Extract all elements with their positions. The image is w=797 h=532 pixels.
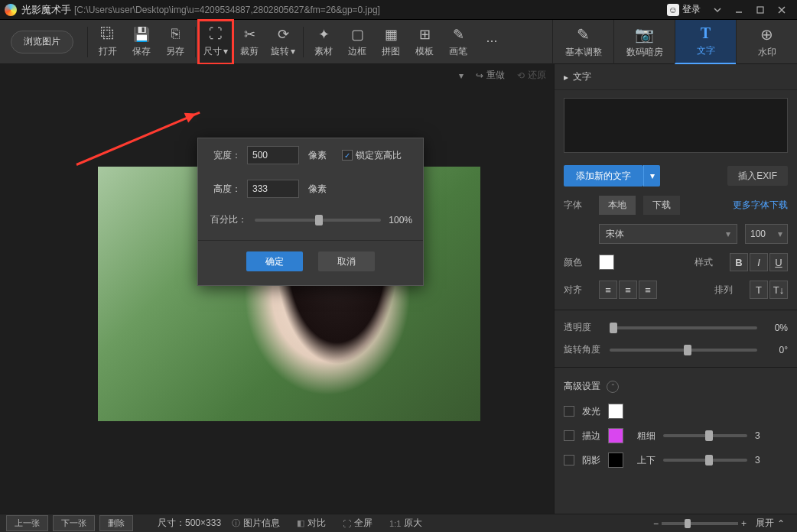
expand-button[interactable]: 展开⌃ <box>750 517 791 530</box>
undo-dropdown-icon[interactable]: ▾ <box>459 70 464 81</box>
insert-exif-button[interactable]: 插入EXIF <box>727 166 788 186</box>
rotation-slider[interactable] <box>610 349 757 352</box>
underline-button[interactable]: U <box>769 253 788 271</box>
size-button[interactable]: ⛶尺寸 ▾ <box>199 21 233 63</box>
zoom-in-icon[interactable]: + <box>741 518 747 529</box>
ok-button[interactable]: 确定 <box>246 251 303 271</box>
annotation-arrow <box>76 112 200 166</box>
original-size-button[interactable]: 1:1原大 <box>383 517 428 530</box>
login-button[interactable]: ☺ 登录 <box>661 3 707 16</box>
save-as-icon: ⎘ <box>167 26 184 43</box>
watermark-icon: ⊕ <box>760 25 773 44</box>
style-label: 样式 <box>695 256 722 269</box>
glow-color[interactable] <box>608 404 623 419</box>
close-button[interactable] <box>771 2 792 18</box>
percent-slider[interactable] <box>255 219 381 222</box>
height-input[interactable] <box>247 180 299 198</box>
opacity-label: 透明度 <box>564 321 602 334</box>
fullscreen-button[interactable]: ⛶全屏 <box>337 517 379 530</box>
font-size-input[interactable]: 100▾ <box>745 224 788 244</box>
crop-icon: ✂ <box>241 26 258 43</box>
chevron-down-icon: ▾ <box>778 229 782 239</box>
arrange-vertical-button[interactable]: T↓ <box>769 281 788 299</box>
login-face-icon: ☺ <box>667 4 679 16</box>
compare-button[interactable]: ◧对比 <box>291 517 332 530</box>
italic-button[interactable]: I <box>750 253 768 271</box>
opacity-slider[interactable] <box>610 326 757 329</box>
delete-button[interactable]: 删除 <box>99 515 133 531</box>
add-text-button[interactable]: 添加新的文字 <box>564 165 643 187</box>
stroke-slider[interactable] <box>663 434 747 437</box>
collage-icon: ▦ <box>382 26 399 43</box>
shadow-checkbox[interactable] <box>564 455 574 466</box>
save-as-button[interactable]: ⎘另存 <box>158 21 192 63</box>
next-image-button[interactable]: 下一张 <box>53 515 95 531</box>
stroke-color[interactable] <box>608 428 623 443</box>
width-label: 宽度： <box>209 149 241 162</box>
image-info-button[interactable]: ⓘ图片信息 <box>226 517 286 530</box>
lock-ratio-checkbox[interactable]: ✓ 锁定宽高比 <box>342 149 402 162</box>
cancel-button[interactable]: 取消 <box>318 251 375 271</box>
glow-label: 发光 <box>582 405 600 418</box>
tab-watermark[interactable]: ⊕水印 <box>736 20 797 64</box>
settings-dropdown[interactable] <box>707 2 728 18</box>
border-button[interactable]: ▢边框 <box>340 21 374 63</box>
file-path: [C:\Users\user\Desktop\img\u=4209534887,… <box>74 5 380 15</box>
original-size-icon: 1:1 <box>389 519 401 528</box>
save-button[interactable]: 💾保存 <box>125 21 158 63</box>
font-tab-download[interactable]: 下载 <box>643 196 680 215</box>
shadow-slider[interactable] <box>663 459 747 462</box>
tab-darkroom[interactable]: 📷数码暗房 <box>613 20 675 64</box>
font-family-select[interactable]: 宋体▾ <box>599 224 737 244</box>
basic-adjust-icon: ✎ <box>577 25 590 44</box>
more-fonts-link[interactable]: 更多字体下载 <box>733 199 788 212</box>
save-icon: 💾 <box>133 26 150 43</box>
chevron-icon: ⌃ <box>777 518 785 529</box>
chevron-up-icon: ⌃ <box>607 381 619 393</box>
material-icon: ✦ <box>315 26 332 43</box>
align-center-button[interactable]: ≡ <box>619 281 637 299</box>
open-button[interactable]: ⿻打开 <box>91 21 125 63</box>
font-tab-local[interactable]: 本地 <box>599 196 636 215</box>
text-preview[interactable] <box>564 98 788 153</box>
open-icon: ⿻ <box>99 26 116 43</box>
collage-button[interactable]: ▦拼图 <box>374 21 408 63</box>
more-button[interactable]: ··· <box>475 21 509 63</box>
shadow-label: 阴影 <box>582 454 600 467</box>
color-picker[interactable] <box>599 255 614 270</box>
prev-image-button[interactable]: 上一张 <box>6 515 48 531</box>
login-label: 登录 <box>682 3 701 16</box>
tab-basic-adjust[interactable]: ✎基本调整 <box>552 20 613 64</box>
glow-checkbox[interactable] <box>564 406 574 417</box>
rotate-button[interactable]: ⟳旋转 ▾ <box>266 21 300 63</box>
restore-button[interactable]: ⟲还原 <box>517 69 546 82</box>
material-button[interactable]: ✦素材 <box>307 21 340 63</box>
maximize-button[interactable] <box>750 2 771 18</box>
browse-images-button[interactable]: 浏览图片 <box>11 31 73 54</box>
stroke-checkbox[interactable] <box>564 430 574 441</box>
advanced-settings-toggle[interactable]: 高级设置 ⌃ <box>555 374 797 399</box>
rotate-icon: ⟳ <box>275 26 291 43</box>
opacity-value: 0% <box>765 323 788 333</box>
bold-button[interactable]: B <box>730 253 748 271</box>
shadow-color[interactable] <box>608 453 623 468</box>
width-input[interactable] <box>247 146 299 164</box>
zoom-out-icon[interactable]: − <box>653 518 659 529</box>
crop-button[interactable]: ✂裁剪 <box>233 21 266 63</box>
add-text-dropdown[interactable]: ▾ <box>643 165 660 187</box>
arrange-horizontal-button[interactable]: T <box>750 281 768 299</box>
chevron-down-icon: ▾ <box>291 46 295 57</box>
chevron-down-icon: ▾ <box>223 46 228 57</box>
template-button[interactable]: ⊞模板 <box>408 21 441 63</box>
minimize-button[interactable] <box>728 2 750 18</box>
redo-button[interactable]: ↪重做 <box>476 69 505 82</box>
text-panel: ▸文字 添加新的文字 ▾ 插入EXIF 字体 本地 下载 更多字体下载 宋体▾ … <box>554 64 797 514</box>
text-panel-header[interactable]: ▸文字 <box>555 64 797 90</box>
stroke-thick-label: 粗细 <box>637 430 655 443</box>
align-right-button[interactable]: ≡ <box>639 281 657 299</box>
brush-button[interactable]: ✎画笔 <box>441 21 475 63</box>
tab-text[interactable]: T文字 <box>675 20 736 64</box>
size-dialog: 宽度： 像素 ✓ 锁定宽高比 高度： 像素 百分比： 100% 确定 取消 <box>197 138 424 286</box>
align-left-button[interactable]: ≡ <box>599 281 617 299</box>
zoom-slider[interactable] <box>662 522 738 525</box>
